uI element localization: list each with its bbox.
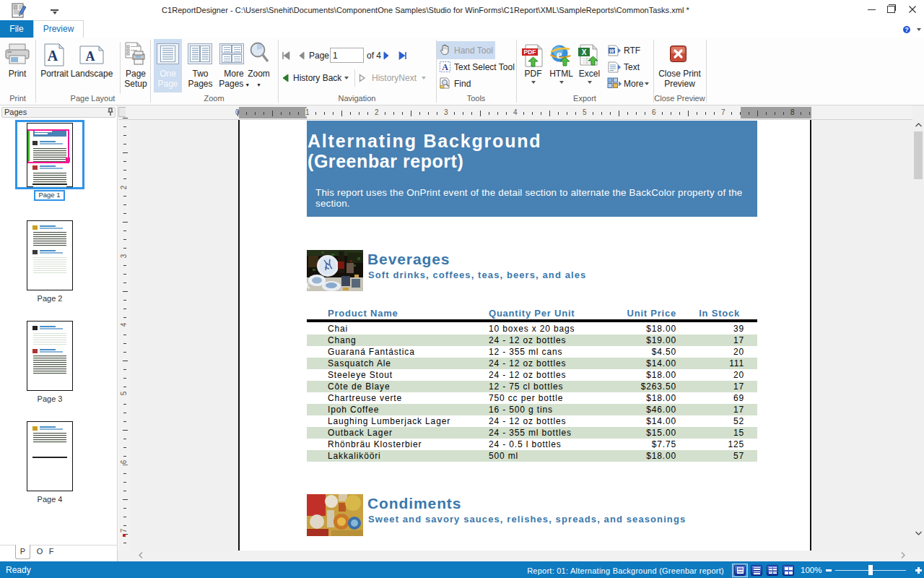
svg-text:X: X bbox=[582, 48, 587, 56]
svg-text:e: e bbox=[557, 48, 562, 61]
svg-text:A: A bbox=[86, 49, 95, 64]
svg-text:PDF: PDF bbox=[524, 48, 536, 56]
svg-text:A: A bbox=[48, 48, 58, 64]
svg-text:A: A bbox=[442, 62, 448, 72]
